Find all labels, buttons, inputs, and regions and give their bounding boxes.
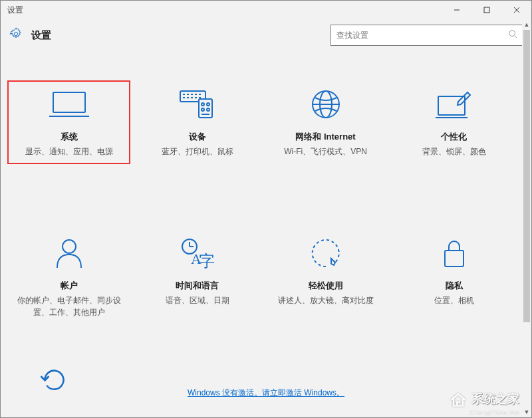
tile-ease-of-access[interactable]: 轻松使用 讲述人、放大镜、高对比度 xyxy=(261,227,390,328)
search-icon xyxy=(508,29,517,41)
gear-icon xyxy=(9,27,23,44)
svg-point-4 xyxy=(14,32,18,36)
svg-point-31 xyxy=(63,240,76,253)
svg-rect-7 xyxy=(53,92,85,112)
tile-title: 轻松使用 xyxy=(309,280,343,292)
settings-grid: 系统 显示、通知、应用、电源 设备 蓝牙、打印机、鼠标 xyxy=(1,78,522,328)
activation-link[interactable]: Windows 没有激活。请立即激活 Windows。 xyxy=(188,387,344,399)
tile-desc: Wi-Fi、飞行模式、VPN xyxy=(284,146,367,157)
tile-desc: 语音、区域、日期 xyxy=(166,294,229,306)
tile-desc: 背景、锁屏、颜色 xyxy=(422,146,486,157)
tile-network[interactable]: 网络和 Internet Wi-Fi、飞行模式、VPN xyxy=(261,78,390,167)
scrollbar-thumb[interactable] xyxy=(523,30,530,322)
tile-title: 个性化 xyxy=(441,131,467,143)
search-input[interactable] xyxy=(336,31,508,40)
tile-time-language[interactable]: A字 时间和语言 语音、区域、日期 xyxy=(133,227,261,328)
svg-rect-1 xyxy=(484,7,489,13)
tile-title: 时间和语言 xyxy=(176,280,219,292)
time-language-icon: A字 xyxy=(180,232,215,274)
tile-desc: 你的帐户、电子邮件、同步设置、工作、其他用户 xyxy=(13,294,125,318)
scroll-up-button[interactable]: ▲ xyxy=(522,19,531,30)
lock-icon xyxy=(441,232,467,274)
tile-devices[interactable]: 设备 蓝牙、打印机、鼠标 xyxy=(133,78,261,167)
search-box[interactable] xyxy=(331,25,523,46)
tile-title: 网络和 Internet xyxy=(295,131,355,143)
svg-line-6 xyxy=(515,36,517,39)
tile-desc: 蓝牙、打印机、鼠标 xyxy=(162,146,233,157)
personalize-icon xyxy=(436,83,473,126)
scroll-down-button[interactable]: ▼ xyxy=(522,407,531,417)
window-controls xyxy=(442,1,531,19)
tile-privacy[interactable]: 隐私 位置、相机 xyxy=(390,227,518,328)
globe-icon xyxy=(310,83,342,126)
header-row: 设置 xyxy=(1,19,531,51)
tile-title: 设备 xyxy=(189,131,206,143)
tile-desc: 显示、通知、应用、电源 xyxy=(25,146,113,157)
scrollbar[interactable]: ▲ ▼ xyxy=(522,19,531,417)
maximize-button[interactable] xyxy=(471,1,501,19)
devices-icon xyxy=(179,83,216,126)
tile-title: 隐私 xyxy=(446,280,463,292)
window-title: 设置 xyxy=(7,5,23,16)
tile-personalization[interactable]: 个性化 背景、锁屏、颜色 xyxy=(390,78,518,167)
svg-text:字: 字 xyxy=(199,253,215,269)
minimize-button[interactable] xyxy=(442,1,471,19)
display-icon xyxy=(49,83,89,126)
svg-rect-37 xyxy=(445,251,464,266)
tile-desc: 讲述人、放大镜、高对比度 xyxy=(278,294,374,306)
app-title: 设置 xyxy=(31,29,51,42)
tile-desc: 位置、相机 xyxy=(434,294,474,306)
tile-title: 帐户 xyxy=(61,280,78,292)
tile-system[interactable]: 系统 显示、通知、应用、电源 xyxy=(7,80,130,164)
content-area: 系统 显示、通知、应用、电源 设备 蓝牙、打印机、鼠标 xyxy=(1,51,522,417)
person-icon xyxy=(55,232,84,274)
tile-accounts[interactable]: 帐户 你的帐户、电子邮件、同步设置、工作、其他用户 xyxy=(5,227,133,328)
undo-icon[interactable] xyxy=(38,363,66,393)
svg-point-5 xyxy=(509,31,515,37)
header-left: 设置 xyxy=(9,27,51,44)
ease-icon xyxy=(310,232,342,274)
tile-title: 系统 xyxy=(61,131,78,143)
close-button[interactable] xyxy=(501,1,531,19)
